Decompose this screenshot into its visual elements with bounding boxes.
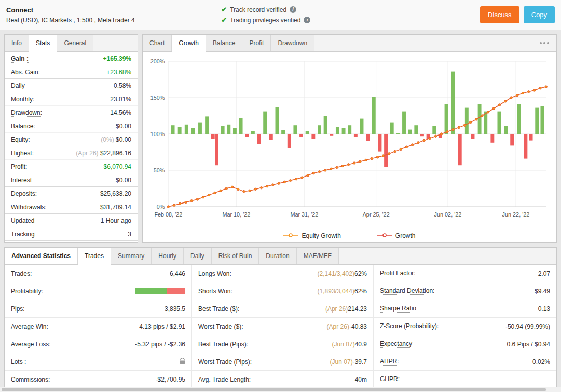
stat-label-text-best-trade-pips: Best Trade (Pips): xyxy=(198,341,248,348)
horizontal-scrollbar[interactable] xyxy=(0,387,561,392)
tab-trades[interactable]: Trades xyxy=(78,248,111,265)
svg-text:Mar 10, '22: Mar 10, '22 xyxy=(222,211,250,218)
stat-row-tracking: Tracking3 xyxy=(5,227,138,241)
stat-label-text-standard-deviation[interactable]: Standard Deviation: xyxy=(380,287,434,295)
tab-profit[interactable]: Profit xyxy=(242,35,271,51)
legend-equity-growth[interactable]: Equity Growth xyxy=(283,232,340,239)
main-row: InfoStatsGeneral Gain :+165.39%Abs. Gain… xyxy=(4,34,557,243)
stat-label-text-z-score-probability[interactable]: Z-Score (Probability): xyxy=(380,322,439,330)
stat-label-text-abs-gain[interactable]: Abs. Gain: xyxy=(11,69,40,76)
stat-row-updated: Updated1 Hour ago xyxy=(5,214,138,227)
stat-label-text-profitability: Profitability: xyxy=(11,288,43,295)
stat-value-equity: (0%) $0.00 xyxy=(101,136,131,143)
tab-chart[interactable]: Chart xyxy=(143,35,172,51)
stat-row-profit: Profit:$6,070.94 xyxy=(5,160,138,173)
stat-label-monthly: Monthly: xyxy=(11,96,34,103)
stat-label-daily: Daily xyxy=(11,82,25,89)
stat-label-tracking: Tracking xyxy=(11,231,35,238)
info-icon[interactable]: i xyxy=(304,17,310,23)
discuss-button[interactable]: Discuss xyxy=(480,6,519,23)
tab-summary[interactable]: Summary xyxy=(111,248,152,264)
stat-label-text-sharpe-ratio[interactable]: Sharpe Ratio xyxy=(380,305,416,313)
stat-row-deposits: Deposits:$25,638.20 xyxy=(5,187,138,200)
stat-label-text-updated: Updated xyxy=(11,217,34,224)
legend-growth[interactable]: Growth xyxy=(377,232,416,239)
stat-value-drawdown: 14.56% xyxy=(110,109,131,116)
tab-drawdown[interactable]: Drawdown xyxy=(271,35,314,51)
stat-value-deposits: $25,638.20 xyxy=(100,190,131,197)
stat-value-balance: $0.00 xyxy=(116,123,131,130)
stat-label-text-ahpr[interactable]: AHPR: xyxy=(380,358,399,366)
info-icon[interactable]: i xyxy=(290,6,296,13)
svg-text:Mar 31, '22: Mar 31, '22 xyxy=(290,211,318,218)
stat-value-z-score-probability: -50.94 (99.99%) xyxy=(461,318,556,335)
copy-button[interactable]: Copy xyxy=(524,6,555,23)
chart-menu-button[interactable] xyxy=(532,42,556,44)
stat-value-updated: 1 Hour ago xyxy=(101,217,131,224)
stat-value-expectancy: 0.6 Pips / $0.94 xyxy=(461,335,556,353)
tab-balance[interactable]: Balance xyxy=(206,35,242,51)
check-icon: ✔ xyxy=(221,6,227,13)
stat-label-interest: Interest xyxy=(11,177,32,184)
stat-label-text-drawdown[interactable]: Drawdown: xyxy=(11,109,42,117)
account-type: Real (USD), xyxy=(6,17,42,24)
tab-hourly[interactable]: Hourly xyxy=(152,248,184,264)
tab-general[interactable]: General xyxy=(57,35,93,51)
svg-text:100%: 100% xyxy=(150,131,165,137)
stat-label-text-expectancy[interactable]: Expectancy xyxy=(380,340,412,348)
stats-panel-tabs: InfoStatsGeneral xyxy=(5,35,138,52)
tab-growth[interactable]: Growth xyxy=(172,35,206,52)
growth-chart[interactable]: Feb 08, '22Mar 10, '22Mar 31, '22Apr 25,… xyxy=(143,52,556,228)
stat-value-commissions: -$2,700.95 xyxy=(95,371,191,388)
stat-label-profit-factor: Profit Factor: xyxy=(373,265,461,282)
stat-label-text-ghpr[interactable]: GHPR: xyxy=(380,375,400,383)
stat-value-worst-trade-pips: (Jun 07) -39.7 xyxy=(273,353,373,371)
stat-label-deposits: Deposits: xyxy=(11,190,37,197)
stat-label-longs-won: Longs Won: xyxy=(191,265,273,282)
verification-label-track-record-verified: Track record verified xyxy=(230,6,286,13)
stat-row-daily: Daily0.58% xyxy=(5,79,138,92)
stat-label-text-equity: Equity: xyxy=(11,136,30,143)
stat-label-text-gain[interactable]: Gain : xyxy=(11,55,29,63)
stat-value-lots xyxy=(95,353,191,371)
broker-link[interactable]: IC Markets xyxy=(42,17,72,24)
stat-value-pips: 3,835.5 xyxy=(95,300,191,318)
tab-mae-mfe[interactable]: MAE/MFE xyxy=(297,248,339,264)
stat-value-prefix: (2,141/3,402) xyxy=(318,270,354,277)
legend-label: Equity Growth xyxy=(302,232,340,239)
stat-value-prefix: (Apr 26) xyxy=(76,150,100,157)
stat-label-best-trade-pips: Best Trade (Pips): xyxy=(191,335,273,353)
svg-text:Jun 02, '22: Jun 02, '22 xyxy=(434,211,462,218)
header-actions: Discuss Copy xyxy=(480,6,555,23)
stat-value-prefix: (Apr 26) xyxy=(325,305,348,313)
stats-panel: InfoStatsGeneral Gain :+165.39%Abs. Gain… xyxy=(4,34,138,243)
chart-tabs-row: ChartGrowthBalanceProfitDrawdown xyxy=(143,35,556,52)
stat-label-text-daily: Daily xyxy=(11,82,25,89)
chart-tabs: ChartGrowthBalanceProfitDrawdown xyxy=(143,35,314,51)
chart-panel: ChartGrowthBalanceProfitDrawdown Feb 08,… xyxy=(142,34,557,243)
tab-stats[interactable]: Stats xyxy=(29,35,57,52)
top-header: Connect Real (USD), IC Markets , 1:500 ,… xyxy=(0,0,561,30)
stats-rows: Gain :+165.39%Abs. Gain:+23.68%Daily0.58… xyxy=(5,52,138,241)
tab-daily[interactable]: Daily xyxy=(184,248,212,264)
scrollbar-thumb[interactable] xyxy=(2,388,546,391)
tab-info[interactable]: Info xyxy=(5,35,29,51)
stat-label-text-balance: Balance: xyxy=(11,123,35,130)
stat-label-text-profit: Profit: xyxy=(11,163,27,170)
stat-row-monthly: Monthly:23.01% xyxy=(5,92,138,106)
stat-row-withdrawals: Withdrawals:$31,709.14 xyxy=(5,200,138,214)
stat-label-worst-trade-pips: Worst Trade (Pips): xyxy=(191,353,273,371)
trades-statistics-table: Trades:6,446Longs Won:(2,141/3,402) 62%P… xyxy=(5,265,556,388)
legend-marker-icon xyxy=(377,232,392,239)
tab-advanced-statistics[interactable]: Advanced Statistics xyxy=(5,248,78,264)
stat-label-text-tracking: Tracking xyxy=(11,231,35,238)
tab-duration[interactable]: Duration xyxy=(259,248,296,264)
stat-label-highest: Highest: xyxy=(11,150,34,157)
stat-label-expectancy: Expectancy xyxy=(373,335,461,353)
stat-value-prefix: (1,893/3,044) xyxy=(318,288,354,295)
stat-label-text-profit-factor[interactable]: Profit Factor: xyxy=(380,269,416,277)
tab-risk-of-ruin[interactable]: Risk of Ruin xyxy=(212,248,259,264)
stat-row-equity: Equity:(0%) $0.00 xyxy=(5,133,138,146)
stat-label-text-monthly[interactable]: Monthly: xyxy=(11,96,34,103)
stat-label-updated: Updated xyxy=(11,217,34,224)
